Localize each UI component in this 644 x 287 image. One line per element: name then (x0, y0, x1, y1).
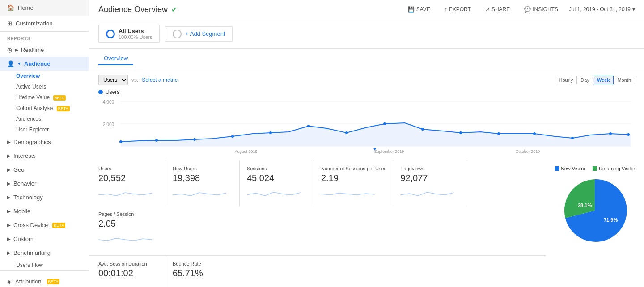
mobile-label: Mobile (13, 208, 30, 215)
insights-icon: 💬 (524, 6, 531, 13)
users-legend-label: Users (106, 89, 119, 95)
segment-active-indicator (106, 30, 115, 38)
sidebar-item-active-users[interactable]: Active Users (0, 81, 89, 92)
add-segment-pill[interactable]: + Add Segment (165, 26, 233, 42)
sidebar-item-overview[interactable]: Overview (0, 71, 89, 81)
sidebar-item-attribution[interactable]: ◈ Attribution BETA (0, 274, 89, 287)
expand-arrow-audience: ▼ (17, 61, 21, 66)
stats-row-1: Users 20,552 New Users 19,398 Sessions 4… (89, 160, 546, 255)
share-icon: ↗ (485, 6, 490, 13)
sidebar-item-technology[interactable]: ▶ Technology (0, 190, 89, 204)
chart-controls: Users vs. Select a metric Hourly Day Wee… (98, 75, 635, 85)
stat-users-value: 20,552 (98, 173, 158, 183)
svg-text:4,000: 4,000 (103, 100, 114, 105)
sidebar-item-customization-label: Customization (16, 20, 52, 27)
all-users-segment[interactable]: All Users 100.00% Users (98, 25, 160, 43)
realtime-label: Realtime (21, 46, 44, 53)
beta-badge-attribution: BETA (47, 279, 60, 284)
time-btn-week[interactable]: Week (593, 76, 614, 84)
sidebar-item-cohort-analysis[interactable]: Cohort Analysis BETA (0, 103, 89, 114)
sidebar-item-realtime[interactable]: ◷ ▶ Realtime (0, 43, 89, 57)
segment-sub: 100.00% Users (119, 34, 152, 40)
expand-arrow-interests: ▶ (7, 153, 11, 158)
export-label: EXPORT (449, 6, 471, 13)
tab-overview[interactable]: Overview (98, 52, 133, 65)
person-icon: 👤 (7, 60, 14, 67)
expand-arrow-cross: ▶ (7, 223, 11, 228)
pageviews-sparkline (400, 186, 454, 199)
overview-label: Overview (16, 73, 40, 79)
sidebar-item-geo[interactable]: ▶ Geo (0, 163, 89, 177)
chart-section: Users vs. Select a metric Hourly Day Wee… (89, 69, 644, 160)
sidebar-item-lifetime-value[interactable]: Lifetime Value BETA (0, 92, 89, 103)
sidebar-item-demographics[interactable]: ▶ Demographics (0, 135, 89, 149)
new-visitor-color (555, 166, 559, 171)
sidebar-item-user-explorer[interactable]: User Explorer (0, 124, 89, 135)
sidebar-item-interests[interactable]: ▶ Interests (0, 149, 89, 163)
audience-label: Audience (24, 60, 51, 67)
sidebar-item-cross-device[interactable]: ▶ Cross Device BETA (0, 218, 89, 232)
expand-arrow-mobile: ▶ (7, 209, 11, 214)
sidebar-item-custom[interactable]: ▶ Custom (0, 232, 89, 246)
sidebar-item-behavior[interactable]: ▶ Behavior (0, 177, 89, 190)
time-btn-hourly[interactable]: Hourly (555, 76, 577, 84)
verified-icon: ✔ (171, 5, 177, 14)
time-btn-month[interactable]: Month (614, 76, 635, 84)
stats-grid: Users 20,552 New Users 19,398 Sessions 4… (89, 160, 546, 287)
svg-point-15 (383, 122, 386, 125)
sidebar-item-audience[interactable]: 👤 ▼ Audience (0, 57, 89, 71)
export-button[interactable]: ↑ EXPORT (441, 4, 475, 14)
select-metric-link[interactable]: Select a metric (142, 77, 177, 83)
export-icon: ↑ (445, 6, 447, 13)
users-sparkline (98, 186, 152, 199)
sidebar-item-users-flow[interactable]: Users Flow (0, 260, 89, 270)
cohort-analysis-label: Cohort Analysis (16, 105, 53, 111)
top-actions: 💾 SAVE ↑ EXPORT ↗ SHARE 💬 INSIGHTS Jul 1… (404, 4, 635, 14)
svg-text:September 2019: September 2019 (374, 149, 404, 154)
sidebar-item-customization[interactable]: ⊞ Customization (0, 16, 89, 31)
stat-pageviews: Pageviews 92,077 (400, 160, 467, 206)
demographics-label: Demographics (13, 139, 51, 145)
svg-text:October 2019: October 2019 (516, 149, 540, 154)
svg-point-20 (571, 137, 574, 139)
svg-point-21 (609, 132, 612, 135)
active-users-label: Active Users (16, 84, 46, 90)
attribution-icon: ◈ (7, 278, 12, 285)
add-segment-label: + Add Segment (185, 30, 225, 37)
insights-label: INSIGHTS (533, 6, 558, 13)
stat-bounce-rate: Bounce Rate 65.71% (173, 256, 240, 287)
avg-duration-sparkline (98, 281, 152, 287)
metric-select[interactable]: Users (98, 75, 128, 85)
returning-visitor-color (593, 166, 597, 171)
expand-arrow-bench: ▶ (7, 250, 11, 255)
home-icon: 🏠 (7, 4, 14, 11)
expand-arrow-tech: ▶ (7, 195, 11, 200)
behavior-label: Behavior (13, 180, 36, 187)
insights-button[interactable]: 💬 INSIGHTS (521, 4, 562, 14)
page-title: Audience Overview (98, 5, 168, 14)
save-icon: 💾 (408, 6, 415, 13)
line-chart: 4,000 2,000 August 2019 September 2019 O… (98, 97, 635, 155)
geo-label: Geo (13, 166, 25, 173)
beta-badge-cross: BETA (52, 223, 65, 228)
beta-badge-cohort: BETA (57, 106, 70, 111)
sidebar-item-mobile[interactable]: ▶ Mobile (0, 204, 89, 218)
pages-per-session-sparkline (98, 232, 152, 245)
svg-text:28.1%: 28.1% (578, 203, 592, 208)
chart-legend: Users (98, 89, 635, 95)
dropdown-arrow-icon: ▾ (632, 6, 635, 13)
new-visitor-label: New Visitor (561, 166, 585, 171)
stat-bounce-rate-value: 65.71% (173, 268, 233, 279)
benchmarking-label: Benchmarking (13, 249, 51, 256)
sidebar-item-audiences[interactable]: Audiences (0, 114, 89, 124)
stat-sessions-label: Sessions (247, 166, 306, 171)
share-button[interactable]: ↗ SHARE (482, 4, 513, 14)
svg-point-18 (497, 132, 500, 135)
sidebar-item-benchmarking[interactable]: ▶ Benchmarking (0, 246, 89, 260)
sidebar-top-nav: 🏠 Home ⊞ Customization (0, 0, 89, 32)
date-range-picker[interactable]: Jul 1, 2019 - Oct 31, 2019 ▾ (569, 6, 635, 13)
sidebar-item-home[interactable]: 🏠 Home (0, 0, 89, 16)
save-button[interactable]: 💾 SAVE (404, 4, 434, 14)
stat-sessions: Sessions 45,024 (247, 160, 314, 206)
time-btn-day[interactable]: Day (577, 76, 593, 84)
